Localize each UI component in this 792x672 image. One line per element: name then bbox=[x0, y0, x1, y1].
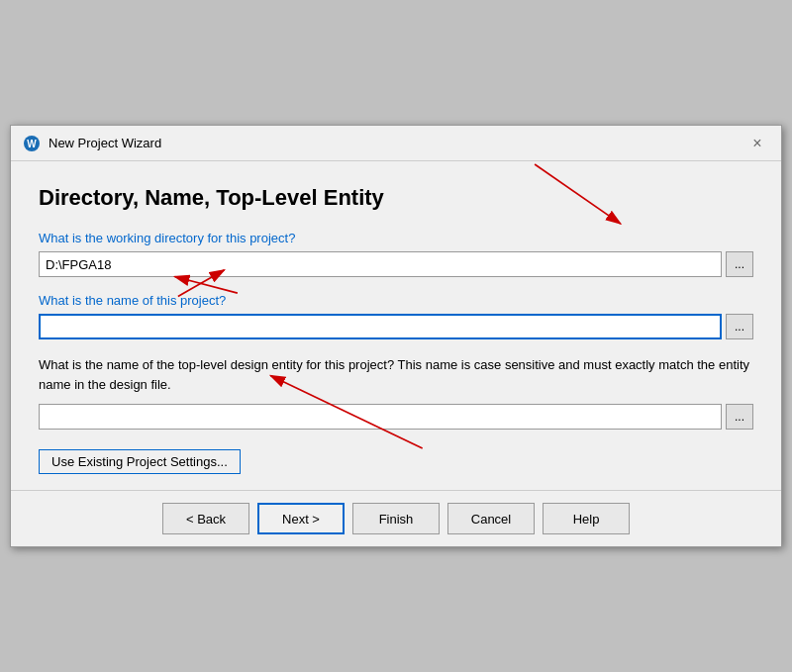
finish-button[interactable]: Finish bbox=[352, 503, 440, 534]
window-title: New Project Wizard bbox=[49, 136, 161, 150]
directory-input[interactable] bbox=[39, 251, 722, 277]
directory-browse-button[interactable]: ... bbox=[726, 251, 753, 277]
svg-text:W: W bbox=[27, 139, 37, 149]
new-project-wizard-dialog: W New Project Wizard × Directory, Name, … bbox=[10, 125, 782, 547]
wizard-content: Directory, Name, Top-Level Entity What i… bbox=[11, 161, 781, 490]
cancel-button[interactable]: Cancel bbox=[447, 503, 535, 534]
entity-row: ... bbox=[39, 404, 753, 430]
title-bar-left: W New Project Wizard bbox=[23, 135, 161, 152]
name-browse-button[interactable]: ... bbox=[726, 314, 753, 339]
footer-buttons: < Back Next > Finish Cancel Help bbox=[11, 490, 781, 546]
directory-row: ... bbox=[39, 251, 753, 277]
title-bar: W New Project Wizard × bbox=[11, 126, 781, 161]
next-button[interactable]: Next > bbox=[257, 503, 345, 534]
entity-browse-button[interactable]: ... bbox=[726, 404, 753, 430]
name-row: ... bbox=[39, 314, 753, 339]
entity-input[interactable] bbox=[39, 404, 722, 430]
project-name-input[interactable] bbox=[39, 314, 722, 339]
use-existing-settings-button[interactable]: Use Existing Project Settings... bbox=[39, 449, 241, 474]
page-title: Directory, Name, Top-Level Entity bbox=[39, 185, 753, 211]
back-button[interactable]: < Back bbox=[162, 503, 249, 534]
entity-description: What is the name of the top-level design… bbox=[39, 355, 753, 394]
project-name-label: What is the name of this project? bbox=[39, 293, 753, 308]
help-button[interactable]: Help bbox=[543, 503, 630, 534]
window-icon: W bbox=[23, 135, 41, 152]
directory-label: What is the working directory for this p… bbox=[39, 231, 753, 245]
close-button[interactable]: × bbox=[745, 132, 769, 155]
